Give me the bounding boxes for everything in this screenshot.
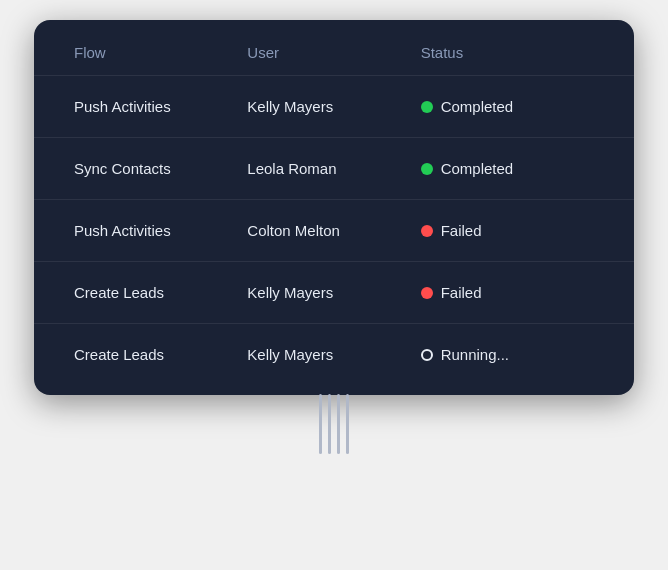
stand-lines: [319, 394, 349, 454]
cell-status-3: Failed: [421, 284, 594, 301]
cell-user-4: Kelly Mayers: [247, 346, 420, 363]
status-dot-0: [421, 101, 433, 113]
table-row: Create Leads Kelly Mayers Failed: [34, 262, 634, 324]
cell-status-4: Running...: [421, 346, 594, 363]
header-status: Status: [421, 44, 594, 61]
status-dot-1: [421, 163, 433, 175]
stand-line-2: [328, 394, 331, 454]
table-row: Create Leads Kelly Mayers Running...: [34, 324, 634, 385]
status-dot-3: [421, 287, 433, 299]
cell-flow-2: Push Activities: [74, 222, 247, 239]
header-user: User: [247, 44, 420, 61]
table-row: Sync Contacts Leola Roman Completed: [34, 138, 634, 200]
status-dot-2: [421, 225, 433, 237]
table-row: Push Activities Kelly Mayers Completed: [34, 76, 634, 138]
monitor-stand: [319, 395, 349, 454]
table-body: Push Activities Kelly Mayers Completed S…: [34, 76, 634, 385]
status-label-2: Failed: [441, 222, 482, 239]
status-label-4: Running...: [441, 346, 509, 363]
cell-flow-1: Sync Contacts: [74, 160, 247, 177]
status-label-1: Completed: [441, 160, 514, 177]
stand-line-3: [337, 394, 340, 454]
cell-user-2: Colton Melton: [247, 222, 420, 239]
cell-user-3: Kelly Mayers: [247, 284, 420, 301]
cell-status-1: Completed: [421, 160, 594, 177]
stand-line-4: [346, 394, 349, 454]
cell-status-0: Completed: [421, 98, 594, 115]
cell-user-1: Leola Roman: [247, 160, 420, 177]
table-header: Flow User Status: [34, 30, 634, 76]
stand-neck: [319, 395, 349, 454]
cell-flow-3: Create Leads: [74, 284, 247, 301]
status-label-3: Failed: [441, 284, 482, 301]
cell-flow-0: Push Activities: [74, 98, 247, 115]
stand-line-1: [319, 394, 322, 454]
monitor-card: Flow User Status Push Activities Kelly M…: [34, 20, 634, 395]
status-dot-4: [421, 349, 433, 361]
cell-flow-4: Create Leads: [74, 346, 247, 363]
status-label-0: Completed: [441, 98, 514, 115]
table-row: Push Activities Colton Melton Failed: [34, 200, 634, 262]
header-flow: Flow: [74, 44, 247, 61]
table-container: Flow User Status Push Activities Kelly M…: [34, 20, 634, 395]
cell-status-2: Failed: [421, 222, 594, 239]
cell-user-0: Kelly Mayers: [247, 98, 420, 115]
